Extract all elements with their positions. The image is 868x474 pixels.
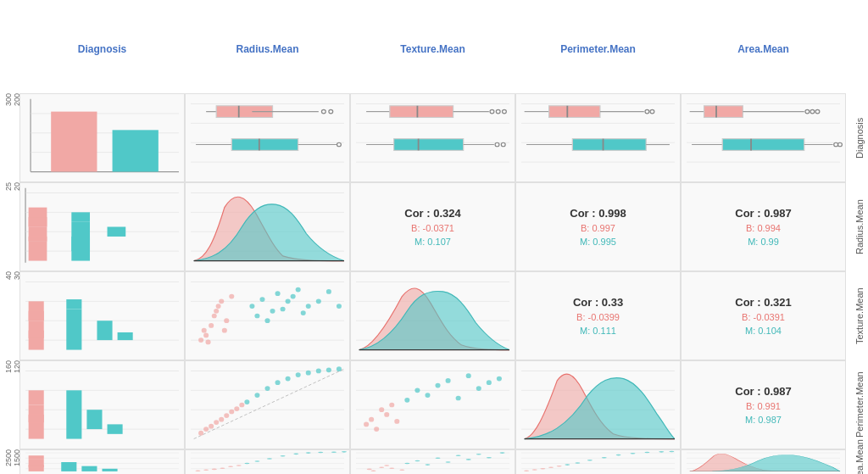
svg-point-30	[490, 109, 494, 114]
svg-point-111	[212, 314, 217, 319]
svg-rect-44	[549, 106, 600, 118]
cell-radius-radius	[185, 182, 350, 271]
svg-point-161	[244, 399, 249, 404]
svg-point-260	[630, 453, 635, 454]
svg-point-165	[286, 376, 291, 382]
cor-texture-perimeter: Cor : 0.33	[573, 296, 623, 309]
svg-point-48	[650, 109, 654, 114]
svg-point-109	[224, 318, 229, 323]
svg-point-233	[389, 467, 394, 469]
svg-point-177	[374, 427, 379, 432]
svg-point-250	[524, 470, 529, 471]
svg-point-231	[379, 466, 384, 468]
svg-point-232	[371, 470, 376, 471]
svg-point-126	[281, 307, 286, 312]
col-label-area: Area.Mean	[681, 4, 846, 93]
svg-point-69	[838, 142, 843, 147]
svg-point-162	[254, 393, 259, 398]
cor-perimeter-area: Cor : 0.987	[735, 385, 791, 398]
svg-point-16	[329, 109, 333, 114]
svg-point-181	[394, 419, 399, 424]
svg-point-117	[249, 304, 254, 309]
svg-point-212	[203, 470, 209, 471]
svg-point-178	[364, 422, 369, 427]
cell-diag-diag	[19, 93, 185, 182]
svg-point-130	[326, 289, 331, 294]
svg-point-180	[389, 403, 394, 408]
svg-point-216	[236, 465, 242, 466]
cell-diag-texture	[350, 93, 515, 182]
svg-point-154	[209, 424, 214, 429]
cell-perimeter-radius-scatter	[185, 360, 350, 449]
svg-point-127	[291, 294, 296, 299]
svg-rect-205	[81, 466, 97, 471]
cor-radius-texture: Cor : 0.324	[404, 207, 460, 220]
cell-perimeter-area-cor: Cor : 0.987 B: 0.991 M: 0.987	[681, 360, 846, 449]
svg-rect-81	[71, 212, 90, 221]
cell-texture-perimeter-cor: Cor : 0.33 B: -0.0399 M: 0.111	[515, 271, 681, 360]
svg-point-255	[565, 464, 570, 466]
svg-rect-143	[29, 415, 44, 422]
svg-rect-34	[394, 139, 464, 151]
svg-rect-98	[66, 299, 81, 309]
svg-point-119	[270, 309, 275, 314]
svg-point-256	[575, 462, 580, 464]
svg-rect-99	[97, 321, 112, 340]
cell-radius-diag	[19, 182, 185, 271]
svg-point-217	[244, 463, 249, 465]
svg-point-254	[557, 466, 562, 467]
svg-point-188	[466, 373, 471, 378]
chart-area: Diagnosis Radius.Mean Texture.Mean Perim…	[0, 0, 868, 474]
svg-point-191	[497, 376, 502, 382]
svg-point-156	[219, 417, 224, 422]
svg-point-245	[500, 452, 505, 454]
cell-texture-area-cor: Cor : 0.321 B: -0.0391 M: 0.104	[681, 271, 846, 360]
cell-area-radius-scatter	[185, 449, 350, 474]
cell-diag-perimeter	[515, 93, 681, 182]
cell-texture-texture	[350, 271, 515, 360]
svg-rect-82	[71, 237, 90, 251]
svg-point-122	[286, 298, 291, 304]
cell-area-perimeter-scatter	[515, 449, 681, 474]
svg-point-240	[446, 461, 451, 463]
row-label-perimeter: Perimeter.Mean	[846, 360, 868, 449]
svg-point-176	[379, 407, 384, 412]
svg-point-218	[254, 460, 259, 462]
svg-point-125	[254, 314, 259, 319]
svg-line-151	[194, 369, 344, 438]
svg-rect-146	[108, 424, 123, 433]
svg-rect-5	[51, 112, 97, 172]
cell-area-area	[681, 449, 846, 474]
m-radius-texture: M: 0.107	[415, 237, 451, 247]
svg-point-262	[659, 451, 664, 453]
svg-point-155	[214, 420, 219, 425]
svg-point-257	[587, 460, 593, 461]
svg-point-124	[306, 304, 311, 309]
svg-point-164	[275, 380, 281, 385]
svg-point-108	[219, 298, 224, 304]
svg-point-263	[669, 451, 674, 453]
svg-rect-96	[29, 331, 44, 338]
svg-point-242	[466, 459, 471, 460]
row-label-area: Area.Mean	[846, 449, 868, 474]
svg-point-252	[540, 468, 545, 470]
svg-point-106	[214, 309, 219, 314]
svg-rect-18	[231, 139, 298, 151]
svg-rect-75	[29, 242, 47, 261]
svg-point-160	[239, 403, 244, 408]
svg-point-221	[293, 454, 298, 455]
svg-point-215	[228, 466, 233, 468]
svg-point-219	[267, 458, 272, 460]
b-texture-area: B: -0.0391	[742, 312, 785, 322]
svg-point-239	[436, 458, 441, 460]
cell-area-diag	[19, 449, 185, 474]
svg-point-220	[281, 455, 286, 457]
cor-radius-perimeter: Cor : 0.998	[570, 207, 626, 220]
row4-spacer: 1601208040	[4, 360, 19, 449]
svg-rect-6	[113, 130, 159, 171]
svg-point-167	[306, 371, 311, 376]
svg-point-15	[321, 109, 326, 114]
svg-point-61	[805, 109, 810, 114]
col-label-diagnosis: Diagnosis	[19, 4, 185, 93]
svg-rect-100	[118, 332, 133, 340]
